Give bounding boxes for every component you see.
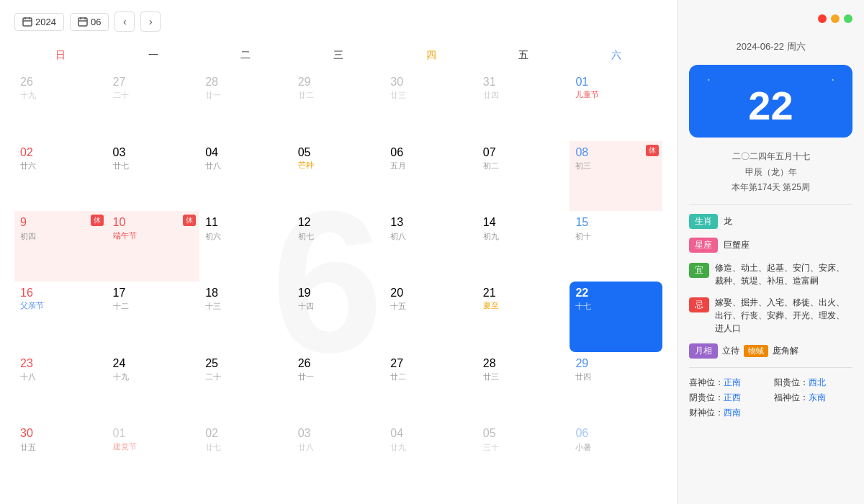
- traffic-light-green[interactable]: [844, 14, 852, 23]
- day-cell[interactable]: 05 芒种: [292, 141, 385, 212]
- day-cell[interactable]: 08 初三 休: [570, 141, 662, 212]
- day-cell[interactable]: 04 廿八: [199, 141, 292, 212]
- day-cell[interactable]: 12 初七: [292, 211, 385, 282]
- day-cell[interactable]: 01 儿童节: [570, 71, 662, 141]
- calendar-main: 2024 06 ‹ › 日 一 二 三 四 五 六 6 26 十九 27 二十: [0, 0, 677, 504]
- traffic-light-red[interactable]: [818, 14, 827, 23]
- big-date-num: 22: [701, 86, 841, 126]
- day-cell[interactable]: 02 廿七: [199, 422, 292, 492]
- day-cell[interactable]: 28 廿三: [477, 352, 570, 423]
- day-cell[interactable]: 24 十九: [107, 352, 200, 423]
- shengxiao-badge: 生肖: [689, 214, 718, 229]
- holiday-badge: 休: [183, 215, 196, 226]
- yi-row: 宜 修造、动土、起基、安门、安床、裁种、筑堤、补垣、造富嗣: [689, 261, 852, 287]
- xingzuo-value: 巨蟹座: [724, 238, 750, 251]
- day-cell[interactable]: 14 初九: [477, 211, 570, 282]
- day-cell[interactable]: 03 廿七: [107, 141, 200, 212]
- next-button[interactable]: ›: [140, 12, 161, 32]
- weekday-sat: 六: [570, 43, 662, 68]
- ji-row: 忌 嫁娶、掘井、入宅、移徙、出火、出行、行丧、安葬、开光、理发、进人口: [689, 296, 852, 335]
- day-cell[interactable]: 04 廿九: [384, 422, 477, 492]
- day-cell[interactable]: 15 初十: [570, 211, 662, 282]
- day-cell[interactable]: 9 初四 休: [14, 211, 107, 282]
- day-cell[interactable]: 17 十二: [107, 282, 200, 352]
- month-value: 06: [91, 17, 101, 27]
- weekday-sun: 日: [14, 43, 107, 68]
- divider: [689, 204, 852, 205]
- weekday-tue: 二: [199, 43, 292, 68]
- day-cell[interactable]: 27 二十: [107, 71, 200, 141]
- year-value: 2024: [35, 17, 56, 27]
- day-cell[interactable]: 26 廿一: [292, 352, 385, 423]
- holiday-badge: 休: [91, 215, 104, 226]
- day-cell[interactable]: 01 建党节: [107, 422, 200, 492]
- position-grid: 喜神位：正南 阳贵位：西北 阴贵位：正西 福神位：东南 财神位：西南: [689, 377, 852, 419]
- weekday-fri: 五: [477, 43, 570, 68]
- wuyu-tag: 物蜮: [744, 345, 768, 357]
- holiday-badge: 休: [646, 145, 659, 156]
- calendar-grid-wrapper: 6 26 十九 27 二十 28 廿一 29 廿二 30 廿三: [14, 71, 662, 492]
- right-panel: 2024-06-22 周六 •• 22 二〇二四年五月十七 甲辰（龙）年 本年第…: [677, 0, 864, 504]
- yi-text: 修造、动土、起基、安门、安床、裁种、筑堤、补垣、造富嗣: [715, 261, 852, 287]
- day-cell[interactable]: 20 十五: [384, 282, 477, 352]
- calendar-header: 2024 06 ‹ ›: [14, 12, 662, 32]
- day-cell[interactable]: 29 廿二: [292, 71, 385, 141]
- day-cell[interactable]: 21 夏至: [477, 282, 570, 352]
- weekday-thu: 四: [384, 43, 477, 68]
- big-date-box: •• 22: [689, 65, 852, 138]
- xingzuo-badge: 星座: [689, 238, 718, 253]
- traffic-light-yellow[interactable]: [831, 14, 840, 23]
- day-cell[interactable]: 30 廿五: [14, 422, 107, 492]
- weekday-mon: 一: [107, 43, 200, 68]
- svg-rect-4: [78, 18, 87, 26]
- month-selector[interactable]: 06: [70, 13, 109, 31]
- day-cell[interactable]: 23 十八: [14, 352, 107, 423]
- day-cell[interactable]: 03 廿八: [292, 422, 385, 492]
- svg-rect-0: [23, 18, 32, 26]
- day-cell[interactable]: 29 廿四: [570, 352, 662, 423]
- day-cell[interactable]: 28 廿一: [199, 71, 292, 141]
- day-cell[interactable]: 18 十三: [199, 282, 292, 352]
- xingzuo-row: 星座 巨蟹座: [689, 238, 852, 253]
- day-cell[interactable]: 30 廿三: [384, 71, 477, 141]
- day-cell[interactable]: 16 父亲节: [14, 282, 107, 352]
- day-cell[interactable]: 10 端午节 休: [107, 211, 200, 282]
- yuexiang-row: 月相 立待 物蜮 庞角解: [689, 343, 852, 359]
- shengxiao-row: 生肖 龙: [689, 214, 852, 229]
- yi-badge: 宜: [689, 263, 709, 278]
- day-cell[interactable]: 19 十四: [292, 282, 385, 352]
- weekdays-row: 日 一 二 三 四 五 六: [14, 43, 662, 68]
- calendar-grid: 26 十九 27 二十 28 廿一 29 廿二 30 廿三 31 廿四: [14, 71, 662, 492]
- day-cell[interactable]: 07 初二: [477, 141, 570, 212]
- ji-badge: 忌: [689, 297, 709, 312]
- divider-2: [689, 367, 852, 368]
- weekday-wed: 三: [292, 43, 385, 68]
- day-cell[interactable]: 11 初六: [199, 211, 292, 282]
- day-cell[interactable]: 05 三十: [477, 422, 570, 492]
- day-cell[interactable]: 26 十九: [14, 71, 107, 141]
- ji-text: 嫁娶、掘井、入宅、移徙、出火、出行、行丧、安葬、开光、理发、进人口: [715, 296, 852, 335]
- yuexiang-badge: 月相: [689, 343, 718, 359]
- day-cell[interactable]: 13 初八: [384, 211, 477, 282]
- day-cell[interactable]: 27 廿二: [384, 352, 477, 423]
- day-cell[interactable]: 02 廿六: [14, 141, 107, 212]
- day-cell[interactable]: 06 小暑: [570, 422, 662, 492]
- day-cell[interactable]: 06 五月: [384, 141, 477, 212]
- year-selector[interactable]: 2024: [14, 13, 64, 31]
- shengxiao-value: 龙: [724, 215, 732, 228]
- big-date-dots: ••: [701, 76, 841, 83]
- day-cell[interactable]: 25 二十: [199, 352, 292, 423]
- lunar-info: 二〇二四年五月十七 甲辰（龙）年 本年第174天 第25周: [689, 149, 852, 196]
- day-cell[interactable]: 31 廿四: [477, 71, 570, 141]
- right-panel-date-str: 2024-06-22 周六: [689, 40, 852, 53]
- prev-button[interactable]: ‹: [114, 12, 135, 32]
- today-cell[interactable]: 22 十七: [570, 282, 662, 352]
